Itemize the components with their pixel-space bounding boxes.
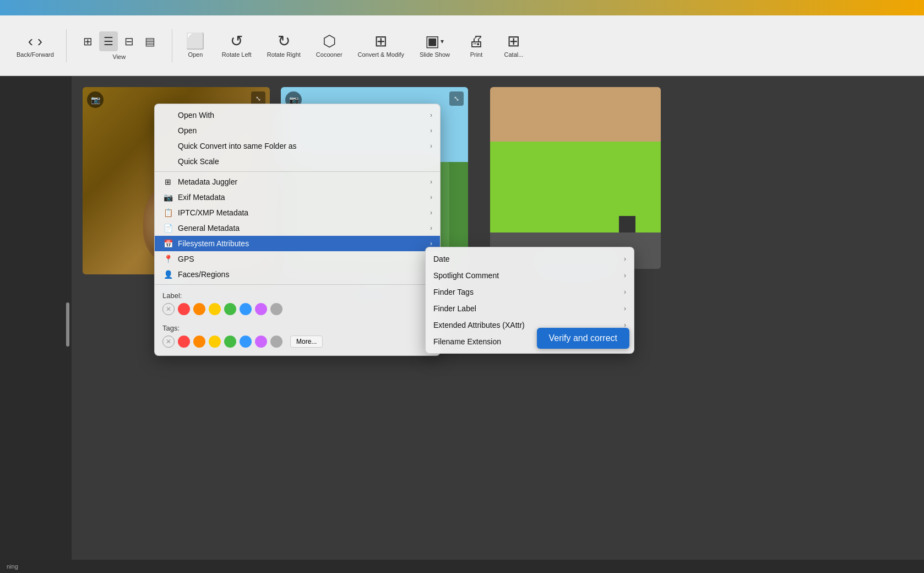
label-dot-red[interactable] (178, 303, 190, 315)
slide-show-icon: ▣ ▾ (425, 34, 444, 49)
exif-arrow: › (430, 193, 432, 201)
general-metadata-arrow: › (430, 224, 432, 232)
catalog-button[interactable]: ⊞ Catal... (497, 30, 530, 61)
catalog-icon: ⊞ (507, 34, 520, 49)
back-forward-button[interactable]: ‹ › Back/Forward (11, 30, 59, 61)
menu-item-quick-convert-left: Quick Convert into same Folder as (162, 142, 297, 150)
tags-title: Tags: (162, 324, 432, 332)
catalog-label: Catal... (504, 51, 524, 58)
sidebar-scroll[interactable] (66, 302, 69, 347)
exif-icon: 📷 (162, 193, 173, 202)
rotate-right-label: Rotate Right (267, 51, 301, 58)
view-button[interactable]: ⊞ ☰ ⊟ ▤ View (73, 28, 165, 63)
filesystem-icon: 📅 (162, 239, 173, 248)
open-icon: ⬜ (186, 34, 205, 49)
menu-separator-2 (155, 284, 440, 285)
submenu-spotlight-label: Spotlight Comment (433, 271, 499, 280)
label-dot-orange[interactable] (193, 303, 205, 315)
submenu-item-finder-label[interactable]: Finder Label › (426, 300, 634, 317)
submenu-finder-tags-arrow: › (624, 288, 626, 296)
tag-dot-cancel[interactable]: ✕ (162, 336, 175, 348)
menu-item-general-metadata[interactable]: 📄 General Metadata › (155, 220, 440, 236)
tag-dot-blue[interactable] (240, 336, 252, 348)
menu-item-open[interactable]: Open › (155, 123, 440, 138)
convert-modify-icon: ⊞ (374, 34, 387, 49)
label-dot-blue[interactable] (240, 303, 252, 315)
pixel-block (619, 216, 635, 233)
label-dot-gray[interactable] (270, 303, 282, 315)
cocooner-icon: ⬡ (323, 34, 336, 49)
menu-item-metadata-juggler-left: ⊞ Metadata Juggler (162, 177, 237, 186)
submenu-item-spotlight[interactable]: Spotlight Comment › (426, 267, 634, 284)
rotate-right-button[interactable]: ↻ Rotate Right (262, 30, 306, 61)
grid-view-icon[interactable]: ⊞ (79, 31, 97, 51)
more-tags-button[interactable]: More... (290, 336, 323, 348)
submenu-date-arrow: › (624, 255, 626, 263)
gallery: 📷 ⤡ 2018-1... 📷 ⤡ ...2.heic (72, 76, 924, 573)
columns-view-icon[interactable]: ▤ (140, 31, 160, 51)
menu-item-open-label: Open (178, 126, 197, 135)
open-button[interactable]: ⬜ Open (179, 30, 212, 61)
submenu-item-finder-tags[interactable]: Finder Tags › (426, 284, 634, 300)
menu-item-quick-convert[interactable]: Quick Convert into same Folder as › (155, 138, 440, 154)
view-label: View (113, 53, 126, 60)
tag-dot-yellow[interactable] (209, 336, 221, 348)
filesystem-submenu: Date › Spotlight Comment › Finder Tags ›… (425, 247, 634, 354)
rotate-left-icon: ↺ (230, 34, 243, 49)
label-dots: ✕ (162, 303, 432, 315)
menu-item-filesystem-label: Filesystem Attributes (178, 239, 249, 248)
convert-modify-button[interactable]: ⊞ Convert & Modify (352, 30, 410, 61)
menu-item-open-with[interactable]: Open With › (155, 107, 440, 123)
submenu-finder-label-label: Finder Label (433, 304, 476, 313)
label-dot-yellow[interactable] (209, 303, 221, 315)
menu-item-iptc-left: 📋 IPTC/XMP Metadata (162, 208, 248, 217)
sidebar (0, 76, 72, 573)
menu-item-filesystem[interactable]: 📅 Filesystem Attributes › (155, 236, 440, 251)
tag-dot-green[interactable] (224, 336, 236, 348)
expand-icon-2[interactable]: ⤡ (449, 91, 464, 106)
label-dot-green[interactable] (224, 303, 236, 315)
menu-item-iptc[interactable]: 📋 IPTC/XMP Metadata › (155, 205, 440, 220)
menu-item-faces-left: 👤 Faces/Regions (162, 270, 229, 279)
toolbar: ‹ › Back/Forward ⊞ ☰ ⊟ ▤ View ⬜ Open ↺ R… (0, 15, 924, 76)
menu-item-faces[interactable]: 👤 Faces/Regions › (155, 267, 440, 282)
slide-show-button[interactable]: ▣ ▾ Slide Show (414, 30, 455, 61)
submenu-finder-tags-label: Finder Tags (433, 288, 474, 296)
label-dot-cancel[interactable]: ✕ (162, 303, 175, 315)
label-dot-purple[interactable] (255, 303, 267, 315)
back-forward-label: Back/Forward (17, 51, 54, 58)
faces-icon: 👤 (162, 270, 173, 279)
cocooner-label: Cocooner (316, 51, 343, 58)
tag-dot-purple[interactable] (255, 336, 267, 348)
menu-item-exif[interactable]: 📷 Exif Metadata › (155, 190, 440, 205)
menu-item-iptc-label: IPTC/XMP Metadata (178, 208, 248, 217)
open-arrow: › (430, 127, 432, 134)
verify-correct-button[interactable]: Verify and correct (537, 328, 630, 349)
convert-modify-label: Convert & Modify (358, 51, 404, 58)
status-text: ning (7, 563, 18, 570)
rotate-left-button[interactable]: ↺ Rotate Left (216, 30, 257, 61)
camera-icon-1: 📷 (87, 91, 104, 108)
menu-item-gps[interactable]: 📍 GPS › (155, 251, 440, 267)
slide-show-label: Slide Show (420, 51, 450, 58)
tag-dot-gray[interactable] (270, 336, 282, 348)
print-button[interactable]: 🖨 Print (460, 30, 493, 61)
tag-dot-red[interactable] (178, 336, 190, 348)
toolbar-divider-2 (172, 29, 172, 62)
metadata-juggler-arrow: › (430, 178, 432, 186)
menu-item-gps-label: GPS (178, 255, 194, 263)
label-title: Label: (162, 291, 432, 300)
submenu-item-date[interactable]: Date › (426, 251, 634, 267)
quick-convert-arrow: › (430, 142, 432, 150)
menu-item-metadata-juggler[interactable]: ⊞ Metadata Juggler › (155, 174, 440, 190)
iptc-arrow: › (430, 209, 432, 217)
list-view-icon[interactable]: ☰ (99, 31, 118, 51)
cocooner-button[interactable]: ⬡ Cocooner (311, 30, 348, 61)
film-view-icon[interactable]: ⊟ (120, 31, 138, 51)
tag-dot-orange[interactable] (193, 336, 205, 348)
photo-thumbnail-3[interactable] (490, 87, 661, 269)
menu-item-quick-scale[interactable]: Quick Scale (155, 154, 440, 169)
tags-section: Tags: ✕ More... (155, 320, 440, 352)
rotate-left-label: Rotate Left (222, 51, 252, 58)
menu-separator-1 (155, 171, 440, 172)
